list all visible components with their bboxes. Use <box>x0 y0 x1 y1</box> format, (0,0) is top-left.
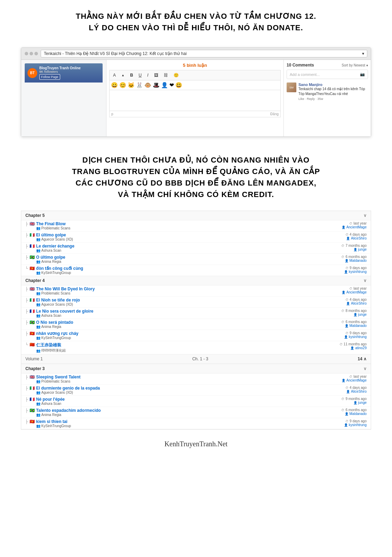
browser-url-bar: Tenkaichi - Thiên Hạ Đệ Nhất Võ Sĩ Đại H… <box>41 50 367 57</box>
user-name[interactable]: Maldanado <box>350 259 367 262</box>
fb-logo: BT <box>27 68 37 78</box>
user-icon: 👤 <box>344 335 348 339</box>
clock-icon: ⏱ <box>341 244 344 248</box>
user-name[interactable]: junge <box>358 313 367 316</box>
entry-meta: ⏱ 6 months ago 👤 Maldanado <box>321 255 367 262</box>
user-name[interactable]: junge <box>358 248 367 251</box>
editor-btn-image[interactable]: 🖼 <box>152 72 160 79</box>
browser-content: BT BlogTruyen Tranh Online 9K followers … <box>21 60 371 136</box>
entry-title[interactable]: The Nio Will Be Dyed In Glory <box>36 287 321 291</box>
entry-meta: ⏱ last year 👤 AncientMage <box>321 287 367 294</box>
entry-title[interactable]: nhân vương rực cháy <box>36 331 321 336</box>
user-name[interactable]: AliceShiro <box>351 301 367 305</box>
entry-title[interactable]: O Nio será pintado <box>36 320 321 325</box>
emoji-5[interactable]: 🐵 <box>144 82 151 88</box>
emoji-7[interactable]: 👤 <box>161 82 168 88</box>
entry-info: The Final Blow 👥 Problematic Scans <box>36 221 321 230</box>
entry-title[interactable]: Le Nio sera couvert de gloire <box>36 309 321 314</box>
entry-info: O Nio será pintado 👥 Anima Regia <box>36 320 321 329</box>
user-icon: 👤 <box>342 379 345 382</box>
editor-btn-italic[interactable]: I <box>145 72 150 79</box>
browser-dot-3 <box>34 52 38 55</box>
entry-meta: ⏱ 9 days ago 👤 kysinhtrung <box>321 419 367 427</box>
editor-btn-link[interactable]: ⛓ <box>162 72 170 79</box>
chapter5-header[interactable]: Chapter 5 ∨ <box>21 211 371 220</box>
user-name[interactable]: junge <box>358 401 367 405</box>
emoji-6[interactable]: 🎩 <box>153 82 160 88</box>
entry-title[interactable]: Né pour l'épée <box>36 397 321 402</box>
emoji-9[interactable]: 😃 <box>175 82 182 88</box>
clock-icon: ⏱ <box>345 233 349 236</box>
time-text: 4 days ago <box>350 386 367 390</box>
entry-group: 👥 KySinhTrungGroup <box>36 271 321 275</box>
entry-title[interactable]: El Nioh se tiñe de rojo <box>36 298 321 303</box>
entry-info: kiem si thien tai 👥 KySinhTrungGroup <box>36 419 321 428</box>
chapter3-header[interactable]: Chapter 3 ∨ <box>21 364 371 374</box>
time-text: last year <box>353 287 367 290</box>
connector-icon: ├ <box>25 375 28 379</box>
time-text: 6 months ago <box>345 255 367 259</box>
flag-icon: 🇬🇧 <box>30 375 35 379</box>
connector-icon: ├ <box>25 419 28 424</box>
editor-btn-bold[interactable]: B <box>128 72 135 79</box>
user-name[interactable]: Maldanado <box>350 412 367 416</box>
user-name[interactable]: AncientMage <box>346 290 367 294</box>
user-name[interactable]: AncientMage <box>346 378 367 382</box>
volume1-header[interactable]: Volume 1 Ch. 1 - 3 14 ∧ <box>21 354 371 364</box>
entry-title[interactable]: O último golpe <box>36 255 321 260</box>
entry-title[interactable]: kiem si thien tai <box>36 419 321 424</box>
user-name[interactable]: kysinhtrung <box>349 335 367 339</box>
entry-info: Le Nio sera couvert de gloire 👥 Ashura S… <box>36 309 321 317</box>
entry-title[interactable]: đòn tấn công cuối cùng <box>36 266 321 271</box>
chapter3-entries: ├ 🇬🇧 Sleeping Sword Talent 👥 Problematic… <box>21 374 371 429</box>
comments-panel: 10 Comments Sort by Newest ♦ Add a comme… <box>284 60 371 136</box>
user-name[interactable]: atino29 <box>355 346 367 350</box>
comments-count: 10 Comments <box>287 63 314 68</box>
entry-title[interactable]: El último golpe <box>36 233 321 237</box>
time-text: last year <box>353 375 367 378</box>
entry-title[interactable]: Sleeping Sword Talent <box>36 375 321 379</box>
add-comment-box[interactable]: Add a comment... 📷 <box>287 70 368 79</box>
entry-group: 👥 Aguecor Scans (XD) <box>36 391 321 394</box>
entry-time: ⏱ 9 days ago <box>345 266 367 270</box>
group-name: Anima Regia <box>41 325 61 329</box>
entry-title[interactable]: El durmiente genio de la espada <box>36 386 321 391</box>
fb-follow-button[interactable]: Follow Page <box>39 74 60 80</box>
user-name[interactable]: Maldanado <box>350 324 367 328</box>
entry-info: 仁王赤染雄装 👥 哔哔哔哔漢化組 <box>36 342 321 353</box>
clock-icon: ⏱ <box>345 386 349 390</box>
chapter4-header[interactable]: Chapter 4 ∨ <box>21 276 371 285</box>
editor-body[interactable] <box>109 90 281 111</box>
emoji-4[interactable]: 🐰 <box>136 82 143 88</box>
table-row: ├ 🇻🇳 kiem si thien tai 👥 KySinhTrungGrou… <box>21 418 371 429</box>
user-name[interactable]: AncientMage <box>346 225 367 229</box>
entry-title[interactable]: 仁王赤染雄装 <box>36 342 321 348</box>
emoji-8[interactable]: ❤ <box>169 82 174 88</box>
emoji-2[interactable]: 😊 <box>119 82 126 88</box>
editor-btn-sup[interactable]: ▲ <box>119 72 127 78</box>
entry-title[interactable]: Talento espadachim adormecido <box>36 408 321 413</box>
table-row: └ 🇻🇳 đòn tấn công cuối cùng 👥 KySinhTrun… <box>21 265 371 276</box>
connector-icon: ├ <box>25 222 28 226</box>
user-name[interactable]: kysinhtrung <box>349 270 367 274</box>
clock-icon: ⏱ <box>341 320 344 324</box>
editor-btn-underline[interactable]: U <box>137 72 144 79</box>
comment-header: 5 bình luận <box>109 63 281 68</box>
user-name[interactable]: kysinhtrung <box>349 423 367 427</box>
entry-info: Talento espadachim adormecido 👥 Anima Re… <box>36 408 321 417</box>
emoji-1[interactable]: 😀 <box>111 82 118 88</box>
user-name[interactable]: AliceShiro <box>351 390 367 393</box>
entry-group: 👥 Aguecor Scans (XD) <box>36 237 321 241</box>
user-icon: 👤 <box>346 302 350 305</box>
emoji-3[interactable]: 🐱 <box>128 82 135 88</box>
chapter4-label: Chapter 4 <box>25 278 45 283</box>
table-row: ├ 🇮🇹 El último golpe 👥 Aguecor Scans (XD… <box>21 232 371 243</box>
entry-info: The Nio Will Be Dyed In Glory 👥 Problema… <box>36 287 321 295</box>
entry-title[interactable]: The Final Blow <box>36 221 321 226</box>
entry-title[interactable]: Le dernier échange <box>36 244 321 249</box>
editor-btn-font[interactable]: A <box>111 72 118 79</box>
entry-time: ⏱ 6 months ago <box>341 408 367 412</box>
fb-page-followers: 9K followers <box>39 70 81 73</box>
editor-btn-emoji[interactable]: 🙂 <box>171 72 181 79</box>
user-name[interactable]: AliceShiro <box>351 236 367 240</box>
